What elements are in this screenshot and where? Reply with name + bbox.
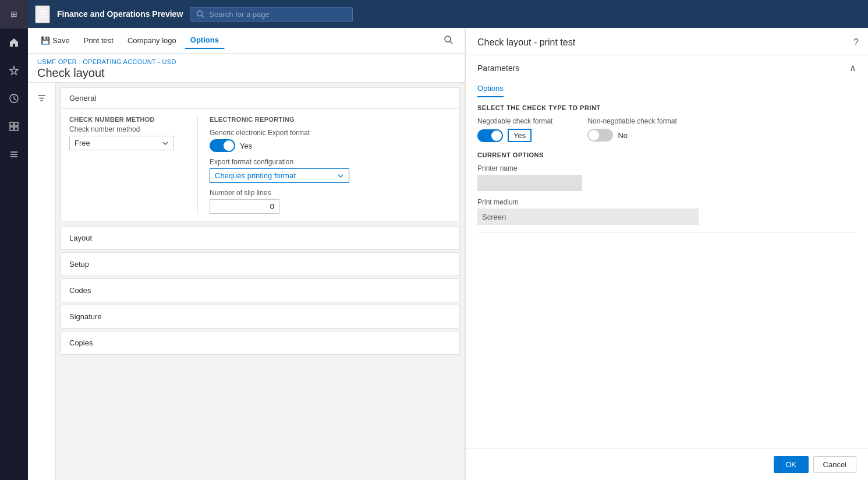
printer-name-group: Printer name (477, 164, 856, 191)
printer-name-input (477, 175, 582, 191)
breadcrumb: USMF OPER : OPERATING ACCOUNT - USD (37, 58, 455, 65)
non-negotiable-check-label: Non-negotiable check format (587, 117, 676, 125)
generic-export-toggle[interactable] (210, 139, 235, 152)
page-title: Check layout (37, 66, 455, 80)
check-number-method-group: CHECK NUMBER METHOD Check number method … (69, 116, 174, 214)
slip-lines-group: Number of slip lines (210, 189, 349, 214)
check-number-method-select[interactable]: Free (69, 136, 174, 150)
options-tab[interactable]: Options (477, 80, 504, 97)
copies-section: Copies (61, 331, 460, 355)
print-medium-label: Print medium (477, 198, 856, 206)
app-title: Finance and Operations Preview (57, 9, 183, 19)
generic-export-toggle-container: Yes (210, 139, 349, 152)
non-negotiable-check-toggle[interactable] (587, 129, 613, 142)
svg-rect-4 (15, 127, 18, 130)
search-icon (196, 10, 204, 18)
workspaces-icon[interactable] (0, 112, 28, 140)
company-logo-button[interactable]: Company logo (122, 33, 182, 48)
negotiable-check-control: Yes (477, 129, 552, 142)
parameters-title: Parameters (477, 63, 519, 73)
svg-point-8 (197, 11, 203, 16)
layout-section: Layout (61, 226, 460, 250)
main-wrapper: ☰ Finance and Operations Preview 💾 Save … (28, 0, 868, 480)
form-area: General CHECK NUMBER METHOD Check number… (56, 83, 465, 480)
general-section-content: CHECK NUMBER METHOD Check number method … (61, 109, 459, 221)
codes-section-header[interactable]: Codes (61, 279, 459, 302)
electronic-reporting-group: ELECTRONIC REPORTING Generic electronic … (197, 116, 349, 214)
negotiable-check-toggle[interactable] (477, 129, 503, 142)
svg-rect-1 (10, 122, 13, 126)
check-number-method-field-label: Check number method (69, 125, 174, 133)
signature-section-header[interactable]: Signature (61, 305, 459, 328)
codes-section: Codes (61, 278, 460, 302)
non-negotiable-check-value: No (618, 131, 628, 140)
setup-section-header[interactable]: Setup (61, 253, 459, 276)
right-panel: ? Check layout - print test Parameters ∧… (465, 28, 868, 480)
print-medium-group: Print medium (477, 198, 856, 225)
content-split: 💾 Save Print test Company logo Options (28, 28, 868, 480)
sidebar: ⊞ (0, 0, 28, 480)
check-type-label: SELECT THE CHECK TYPE TO PRINT (477, 104, 856, 111)
save-button[interactable]: 💾 Save (35, 33, 76, 48)
right-panel-body: Parameters ∧ Options SELECT THE CHECK TY… (466, 55, 868, 449)
negotiable-check-label: Negotiable check format (477, 117, 552, 125)
apps-icon[interactable]: ⊞ (0, 0, 28, 28)
options-button[interactable]: Options (185, 32, 225, 49)
action-search-button[interactable] (439, 31, 458, 50)
left-icons-column (28, 83, 56, 480)
save-icon: 💾 (41, 36, 50, 45)
current-options-section: CURRENT OPTIONS Printer name Print mediu… (477, 151, 856, 225)
check-number-method-label: CHECK NUMBER METHOD (69, 116, 174, 123)
export-format-group: Export format configuration Cheques prin… (210, 158, 349, 183)
copies-section-header[interactable]: Copies (61, 331, 459, 354)
parameters-header[interactable]: Parameters ∧ (477, 55, 856, 80)
printer-name-label: Printer name (477, 164, 856, 172)
general-section-header[interactable]: General (61, 88, 459, 109)
signature-section: Signature (61, 305, 460, 329)
recent-icon[interactable] (0, 84, 28, 112)
check-type-row: Negotiable check format Yes (477, 117, 856, 142)
non-negotiable-check-control: No (587, 129, 676, 142)
current-options-label: CURRENT OPTIONS (477, 151, 856, 158)
generic-export-group: Generic electronic Export format Yes (210, 129, 349, 152)
left-panel: 💾 Save Print test Company logo Options (28, 28, 465, 480)
svg-rect-3 (10, 127, 13, 130)
parameters-collapse-icon: ∧ (849, 62, 856, 73)
home-icon[interactable] (0, 29, 28, 57)
export-format-select[interactable]: Cheques printing format (210, 168, 349, 183)
search-input[interactable] (209, 10, 325, 19)
general-section: General CHECK NUMBER METHOD Check number… (61, 87, 460, 221)
parameters-section: Parameters ∧ Options SELECT THE CHECK TY… (477, 55, 856, 232)
ok-button[interactable]: OK (774, 456, 809, 473)
right-panel-header: Check layout - print test (466, 28, 868, 55)
page-body: General CHECK NUMBER METHOD Check number… (28, 83, 465, 480)
action-bar: 💾 Save Print test Company logo Options (28, 28, 465, 54)
electronic-reporting-label: ELECTRONIC REPORTING (210, 116, 349, 123)
right-panel-title: Check layout - print test (477, 37, 856, 48)
right-panel-footer: OK Cancel (466, 449, 868, 480)
generic-export-label: Generic electronic Export format (210, 129, 349, 137)
svg-point-10 (445, 36, 451, 42)
negotiable-check-item: Negotiable check format Yes (477, 117, 552, 142)
print-medium-input (477, 209, 699, 225)
help-icon[interactable]: ? (853, 37, 859, 48)
modules-icon[interactable] (0, 140, 28, 168)
layout-section-header[interactable]: Layout (61, 227, 459, 249)
cancel-button[interactable]: Cancel (813, 456, 856, 473)
search-box[interactable] (190, 7, 353, 22)
chevron-down-icon (162, 140, 169, 147)
favorites-icon[interactable] (0, 57, 28, 84)
setup-section: Setup (61, 252, 460, 276)
slip-lines-label: Number of slip lines (210, 189, 349, 197)
filter-icon[interactable] (31, 87, 52, 108)
page-header: USMF OPER : OPERATING ACCOUNT - USD Chec… (28, 54, 465, 83)
slip-lines-input[interactable] (210, 199, 279, 214)
svg-line-9 (202, 16, 204, 18)
non-negotiable-check-item: Non-negotiable check format No (587, 117, 676, 142)
topbar: ☰ Finance and Operations Preview (28, 0, 868, 28)
print-test-button[interactable]: Print test (78, 33, 119, 48)
svg-line-11 (450, 41, 452, 44)
hamburger-button[interactable]: ☰ (35, 5, 50, 23)
negotiable-check-value: Yes (508, 129, 532, 142)
export-format-label: Export format configuration (210, 158, 349, 166)
